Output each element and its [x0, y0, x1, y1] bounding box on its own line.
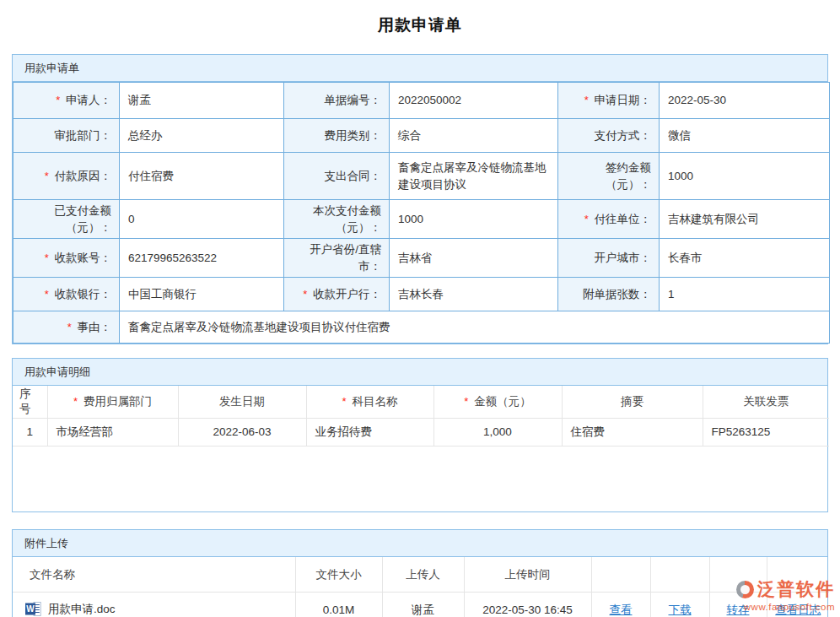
form-row: * 申请人：谢孟单据编号：2022050002* 申请日期：2022-05-30 [13, 83, 830, 119]
detail-header-row: 序号* 费用归属部门发生日期* 科目名称* 金额（元）摘要关联发票 [13, 386, 829, 418]
form-row: 审批部门：总经办费用类别：综合支付方式：微信 [13, 119, 830, 153]
view-link[interactable]: 查看 [610, 603, 633, 616]
detail-cell: 1 [13, 418, 47, 446]
detail-table-head: 序号* 费用归属部门发生日期* 科目名称* 金额（元）摘要关联发票 [13, 386, 829, 418]
attachment-panel: 附件上传 文件名称文件大小上传人上传时间 [12, 529, 828, 617]
field-label: * 付往单位： [558, 200, 660, 239]
field-value: 62179965263522 [120, 239, 284, 278]
field-value: 吉林长春 [390, 278, 558, 311]
required-asterisk: * [67, 321, 72, 333]
attachment-file-name: 用款申请.doc [48, 602, 116, 617]
column-header: * 费用归属部门 [47, 386, 178, 418]
field-label: * 收款开户行： [284, 278, 390, 311]
attachment-table: 文件名称文件大小上传人上传时间 W 用款申请.doc [13, 557, 829, 617]
column-header: 发生日期 [178, 386, 306, 418]
field-value: 中国工商银行 [120, 278, 284, 311]
field-value: 1 [660, 278, 830, 311]
page-title: 用款申请单 [0, 0, 840, 36]
column-header [591, 557, 650, 593]
field-label: * 收款账号： [13, 239, 120, 278]
field-value: 1000 [390, 200, 558, 239]
field-label: 支付方式： [558, 119, 660, 153]
payment-request-panel: 用款申请单 * 申请人：谢孟单据编号：2022050002* 申请日期：2022… [12, 54, 828, 344]
form-row: * 付款原因：付住宿费支出合同：畜禽定点屠宰及冷链物流基地建设项目协议签约金额（… [13, 153, 830, 200]
required-asterisk: * [45, 170, 49, 182]
detail-row: 1市场经营部2022-06-03业务招待费1,000住宿费FP5263125 [13, 418, 829, 446]
field-label: 审批部门： [13, 119, 120, 153]
field-label: 单据编号： [284, 83, 390, 119]
required-asterisk: * [303, 288, 307, 300]
field-value: 畜禽定点屠宰及冷链物流基地建设项目协议付住宿费 [120, 311, 830, 344]
form-row: * 事由：畜禽定点屠宰及冷链物流基地建设项目协议付住宿费 [13, 311, 830, 344]
field-label: * 收款银行： [13, 278, 120, 311]
field-label: 开户城市： [558, 239, 660, 278]
field-value: 2022050002 [390, 83, 558, 119]
field-value: 2022-05-30 [660, 83, 830, 119]
column-header: * 科目名称 [306, 386, 433, 418]
detail-cell: FP5263125 [703, 418, 829, 446]
word-file-icon: W [25, 602, 41, 616]
detail-cell: 1,000 [433, 418, 562, 446]
panel-title-detail: 用款申请明细 [13, 359, 827, 386]
svg-text:W: W [26, 604, 35, 614]
column-header: 关联发票 [703, 386, 829, 418]
form-row: * 收款账号：62179965263522开户省份/直辖市：吉林省开户城市：长春… [13, 239, 830, 278]
required-asterisk: * [584, 213, 589, 225]
column-header [650, 557, 709, 593]
column-header [767, 557, 829, 593]
column-header: * 金额（元） [433, 386, 562, 418]
field-label: * 付款原因： [13, 153, 120, 200]
column-header: 文件大小 [295, 557, 382, 593]
field-value: 吉林省 [390, 239, 558, 278]
required-asterisk: * [45, 288, 49, 300]
field-value: 谢孟 [120, 83, 284, 119]
field-value: 吉林建筑有限公司 [660, 200, 830, 239]
attachment-file-name-cell: W 用款申请.doc [13, 593, 295, 617]
detail-table: 序号* 费用归属部门发生日期* 科目名称* 金额（元）摘要关联发票 1市场经营部… [13, 386, 829, 447]
column-header: 上传时间 [464, 557, 591, 593]
required-asterisk: * [464, 395, 468, 408]
detail-panel: 用款申请明细 序号* 费用归属部门发生日期* 科目名称* 金额（元）摘要关联发票… [12, 358, 828, 512]
field-label: * 申请日期： [558, 83, 660, 119]
field-value: 0 [120, 200, 284, 239]
field-value: 畜禽定点屠宰及冷链物流基地建设项目协议 [390, 153, 558, 200]
field-value: 综合 [390, 119, 558, 153]
column-header: 文件名称 [13, 557, 295, 593]
detail-cell: 住宿费 [562, 418, 703, 446]
required-asterisk: * [584, 94, 589, 106]
download-link[interactable]: 下载 [669, 603, 692, 616]
panel-title-payment-request: 用款申请单 [13, 55, 827, 82]
form-row: * 收款银行：中国工商银行* 收款开户行：吉林长春附单据张数：1 [13, 278, 830, 311]
required-asterisk: * [73, 395, 78, 408]
column-header: 摘要 [562, 386, 703, 418]
required-asterisk: * [45, 252, 49, 264]
panel-title-attachment: 附件上传 [13, 530, 827, 557]
field-value: 付住宿费 [120, 153, 284, 200]
detail-cell: 市场经营部 [47, 418, 178, 446]
attachment-upload-time: 2022-05-30 16:45 [464, 593, 591, 617]
form-table: * 申请人：谢孟单据编号：2022050002* 申请日期：2022-05-30… [13, 82, 830, 344]
field-label: 附单据张数： [558, 278, 660, 311]
field-value: 总经办 [120, 119, 284, 153]
field-label: 本次支付金额（元）： [284, 200, 390, 239]
field-label: 开户省份/直辖市： [284, 239, 390, 278]
field-label: * 事由： [13, 311, 120, 344]
column-header: 序号 [13, 386, 47, 418]
field-label: 签约金额（元）： [558, 153, 660, 200]
attachment-row: W 用款申请.doc 0.01M 谢孟 2022-05-30 16:45 查看 … [13, 593, 829, 617]
view-log-link[interactable]: 查看日志 [775, 603, 821, 616]
field-label: 费用类别： [284, 119, 390, 153]
attachment-uploader: 谢孟 [382, 593, 464, 617]
detail-cell: 业务招待费 [306, 418, 433, 446]
column-header [709, 557, 767, 593]
transfer-link[interactable]: 转存 [727, 603, 750, 616]
form-row: 已支付金额（元）：0本次支付金额（元）：1000* 付往单位：吉林建筑有限公司 [13, 200, 830, 239]
column-header: 上传人 [382, 557, 464, 593]
attachment-header-row: 文件名称文件大小上传人上传时间 [13, 557, 829, 593]
required-asterisk: * [56, 94, 60, 106]
attachment-file-size: 0.01M [295, 593, 382, 617]
field-value: 微信 [660, 119, 830, 153]
field-label: * 申请人： [13, 83, 120, 119]
field-value: 1000 [660, 153, 830, 200]
form-table-body: * 申请人：谢孟单据编号：2022050002* 申请日期：2022-05-30… [13, 83, 830, 344]
